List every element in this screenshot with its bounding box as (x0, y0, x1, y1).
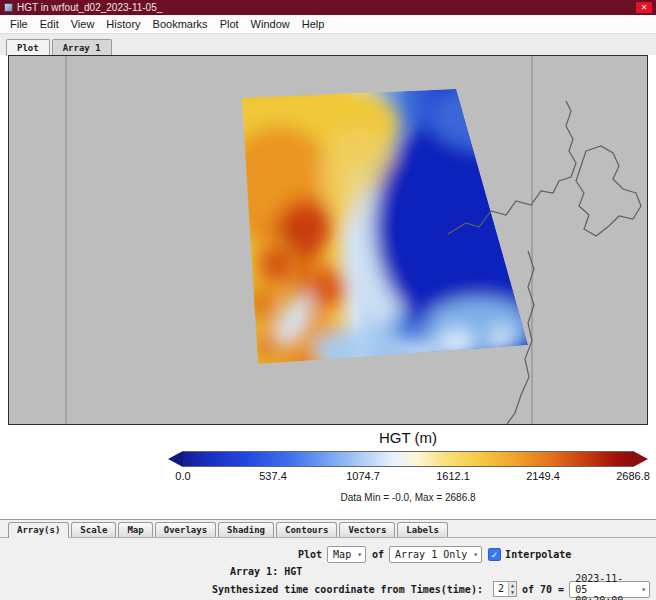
tick-4: 2149.4 (526, 470, 560, 482)
tab-overlays[interactable]: Overlays (155, 522, 216, 537)
window-title: HGT in wrfout_d02_2023-11-05_ (17, 0, 636, 15)
terrain-map-svg (9, 56, 647, 424)
plot-label: Plot (298, 549, 322, 560)
interpolate-checkbox[interactable]: ✓ (488, 548, 501, 561)
time-total-label: of 70 = (522, 584, 564, 595)
time-coordinate-label: Synthesized time coordinate from Times(t… (212, 584, 483, 595)
menu-edit[interactable]: Edit (34, 15, 65, 33)
time-value: 2023-11-05 00:20:00 (575, 573, 635, 600)
application-window: HGT in wrfout_d02_2023-11-05_ ✕ File Edi… (0, 0, 656, 600)
bottom-tab-bar: Array(s) Scale Map Overlays Shading Cont… (0, 520, 656, 538)
colorbar-title: HGT (m) (168, 429, 648, 446)
plot-type-select[interactable]: Map ▾ (327, 546, 366, 563)
menu-bookmarks[interactable]: Bookmarks (147, 15, 214, 33)
spinner-up-icon[interactable]: ▲ (509, 582, 516, 589)
tick-2: 1074.7 (346, 470, 380, 482)
plot-type-row: Plot Map ▾ of Array 1 Only ▾ ✓ Interpola… (298, 544, 656, 564)
bottom-control-panel: Array(s) Scale Map Overlays Shading Cont… (0, 519, 656, 600)
tick-0: 0.0 (175, 470, 190, 482)
tab-scale[interactable]: Scale (71, 522, 116, 537)
top-tab-bar: Plot Array 1 (0, 34, 656, 55)
tab-shading[interactable]: Shading (218, 522, 274, 537)
array-info-text: Array 1: HGT (230, 566, 302, 577)
tick-5: 2686.8 (616, 470, 650, 482)
time-index-value: 2 (494, 582, 508, 596)
tab-contours[interactable]: Contours (276, 522, 337, 537)
menu-plot[interactable]: Plot (214, 15, 245, 33)
plot-type-value: Map (333, 549, 351, 560)
tick-1: 537.4 (259, 470, 287, 482)
time-index-spinner[interactable]: 2 ▲ ▼ (493, 581, 517, 597)
array-mode-value: Array 1 Only (395, 549, 467, 560)
interpolate-label: Interpolate (505, 549, 571, 560)
chevron-down-icon: ▾ (473, 550, 478, 559)
window-titlebar: HGT in wrfout_d02_2023-11-05_ ✕ (0, 0, 656, 15)
tick-3: 1612.1 (436, 470, 470, 482)
tab-array-1[interactable]: Array 1 (52, 39, 112, 55)
colorbar-legend: HGT (m) 0.0 537.4 1074.7 1612.1 2149.4 2… (168, 427, 648, 517)
colorbar-row (168, 451, 648, 467)
chevron-down-icon: ▾ (641, 585, 646, 594)
tab-vectors[interactable]: Vectors (339, 522, 395, 537)
app-icon (4, 3, 13, 12)
data-minmax-text: Data Min = -0.0, Max = 2686.8 (168, 492, 648, 503)
colorbar-right-arrow-icon (633, 451, 648, 467)
colorbar-left-arrow-icon (168, 451, 183, 467)
time-coordinate-row: Synthesized time coordinate from Times(t… (212, 579, 656, 599)
menu-view[interactable]: View (65, 15, 101, 33)
chevron-down-icon: ▾ (357, 550, 362, 559)
tab-map[interactable]: Map (118, 522, 152, 537)
menu-history[interactable]: History (100, 15, 146, 33)
menu-bar: File Edit View History Bookmarks Plot Wi… (0, 15, 656, 34)
of-label: of (372, 549, 384, 560)
colorbar-gradient (183, 451, 633, 467)
array-mode-select[interactable]: Array 1 Only ▾ (389, 546, 482, 563)
menu-help[interactable]: Help (296, 15, 331, 33)
menu-window[interactable]: Window (245, 15, 296, 33)
spinner-down-icon[interactable]: ▼ (509, 589, 516, 596)
map-plot-canvas (8, 55, 648, 425)
time-select[interactable]: 2023-11-05 00:20:00 ▾ (569, 581, 650, 598)
tab-arrays[interactable]: Array(s) (8, 522, 69, 538)
spinner-buttons: ▲ ▼ (508, 582, 516, 596)
arrays-tab-controls: Plot Map ▾ of Array 1 Only ▾ ✓ Interpola… (210, 544, 656, 599)
tab-plot[interactable]: Plot (6, 39, 50, 56)
colorbar-ticks: 0.0 537.4 1074.7 1612.1 2149.4 2686.8 (183, 470, 633, 484)
menu-file[interactable]: File (4, 15, 34, 33)
close-button[interactable]: ✕ (636, 2, 652, 13)
tab-labels[interactable]: Labels (397, 522, 448, 537)
